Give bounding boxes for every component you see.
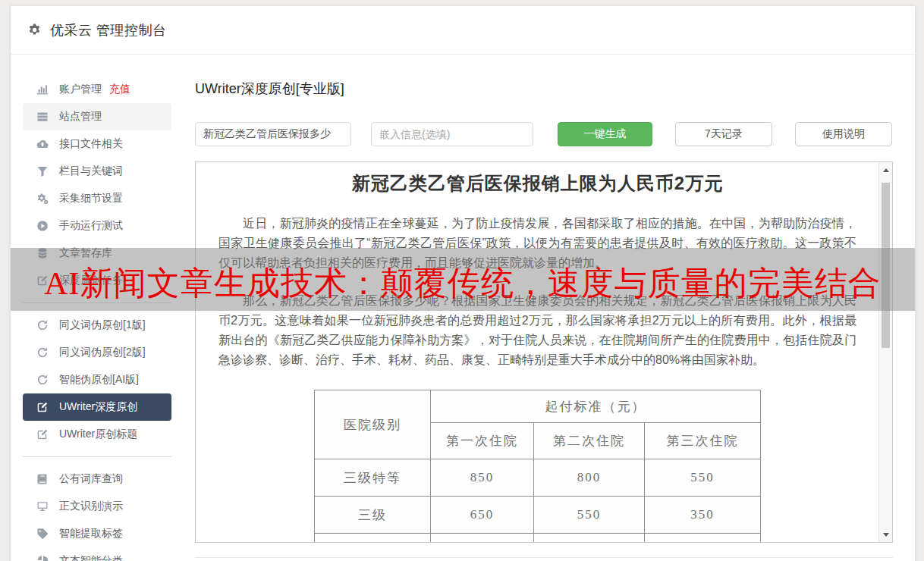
sync-icon: [36, 319, 49, 331]
sidebar-item-label: UWriter原创标题: [59, 428, 137, 441]
embed-info-input[interactable]: [371, 122, 533, 146]
sidebar-item-label: 站点管理: [59, 110, 102, 124]
table-cell: 650: [431, 497, 534, 534]
scrollbar-up-arrow[interactable]: [879, 164, 892, 176]
sidebar-item-synonym-2[interactable]: 同义词伪原创[2版]: [23, 339, 171, 366]
sync-icon: [36, 374, 49, 386]
sidebar-item-manual-test[interactable]: 手动运行测试: [23, 212, 171, 240]
scrollbar-down-arrow[interactable]: [879, 528, 892, 541]
sidebar-item-label: 接口文件相关: [59, 137, 123, 151]
sidebar-item-ai-rewrite[interactable]: 智能伪原创[AI版]: [23, 366, 171, 393]
table-cell: 400: [431, 534, 534, 544]
sidebar-item-label: 智能提取标签: [59, 527, 123, 541]
sidebar-item-account[interactable]: 账户管理 充值: [23, 76, 171, 103]
sidebar-item-public-lexicon[interactable]: 公有词库查询: [23, 465, 171, 493]
sidebar-item-extract-tags[interactable]: 智能提取标签: [23, 520, 171, 547]
sidebar-divider: [23, 456, 171, 457]
sidebar-item-label: 正文识别演示: [59, 500, 123, 513]
sidebar-item-label: 采集细节设置: [59, 192, 123, 205]
play-icon: [36, 220, 49, 232]
pie-chart-icon: [36, 555, 49, 561]
article-title: 新冠乙类乙管后医保报销上限为人民币2万元: [212, 171, 863, 196]
sidebar-item-columns-keywords[interactable]: 栏目与关键词: [23, 158, 171, 185]
sidebar-item-label: 账户管理: [59, 83, 102, 96]
watermark-text: AI新闻文章生成技术：颠覆传统，速度与质量的完美结合: [44, 262, 881, 306]
watermark-banner: AI新闻文章生成技术：颠覆传统，速度与质量的完美结合: [11, 248, 915, 311]
table-row-header: 医院级别: [315, 390, 431, 459]
scrollbar-track[interactable]: [878, 162, 892, 542]
app-title: 优采云 管理控制台: [50, 21, 167, 39]
sidebar-item-label: 同义词伪原创[2版]: [59, 346, 146, 359]
article-preview-panel: 新冠乙类乙管后医保报销上限为人民币2万元 近日，新冠肺炎的疫情正在全球蔓延，为了…: [195, 161, 893, 543]
recharge-badge[interactable]: 充值: [109, 83, 130, 96]
sidebar-item-label: 公有词库查询: [59, 472, 123, 486]
records-7day-button[interactable]: 7天记录: [675, 122, 772, 146]
tag-icon: [36, 528, 49, 540]
sidebar-item-label: 手动运行测试: [59, 219, 123, 233]
table-row: 三级 650 550 350: [315, 497, 761, 534]
bottom-divider: [195, 557, 893, 558]
sidebar-item-synonym-1[interactable]: 同义词伪原创[1版]: [23, 312, 171, 339]
sidebar-item-label: 栏目与关键词: [59, 165, 123, 178]
sidebar-item-text-classify[interactable]: 文本智能分类: [23, 547, 171, 561]
table-cell: 550: [645, 459, 761, 497]
sidebar-item-label: 文本智能分类: [59, 554, 123, 561]
edit-icon: [36, 428, 49, 440]
sidebar-item-label: UWriter深度原创: [59, 400, 137, 414]
table-col-header: 第三次住院: [645, 423, 761, 459]
generate-button[interactable]: 一键生成: [558, 122, 652, 146]
gear-icon: [27, 23, 42, 37]
sidebar-item-collect-settings[interactable]: 采集细节设置: [23, 185, 171, 212]
table-cell: 800: [534, 459, 645, 497]
stage: 优采云 管理控制台 账户管理 充值 站点管理 接口文件相关 栏目与关键词: [0, 0, 924, 561]
sidebar-item-uwriter-deep[interactable]: UWriter深度原创: [23, 393, 171, 421]
table-col-header: 第二次住院: [534, 423, 645, 459]
monitor-icon: [36, 500, 49, 512]
table-cell: 三级: [315, 497, 431, 534]
table-col-header: 第一次住院: [431, 423, 534, 459]
app-header: 优采云 管理控制台: [11, 6, 915, 55]
table-cell: 150: [645, 534, 761, 544]
bar-chart-icon: [36, 83, 49, 96]
sidebar-item-interface-files[interactable]: 接口文件相关: [23, 130, 171, 158]
sidebar-item-label: 智能伪原创[AI版]: [59, 373, 139, 387]
cloud-upload-icon: [36, 138, 49, 150]
keyword-input[interactable]: [195, 122, 351, 146]
sidebar-item-sites[interactable]: 站点管理: [23, 103, 171, 130]
table-cell: 三级特等: [315, 459, 431, 497]
table-cell: 二级: [315, 534, 431, 544]
table-row: 二级 400 300 150: [315, 534, 761, 544]
gears-icon: [36, 193, 49, 205]
table-cell: 350: [645, 497, 761, 534]
table-cell: 850: [431, 459, 534, 497]
server-icon: [36, 111, 49, 123]
table-group-header: 起付标准（元）: [431, 390, 761, 423]
table-row: 三级特等 850 800 550: [315, 459, 761, 497]
table-cell: 550: [534, 497, 645, 534]
usage-help-button[interactable]: 使用说明: [795, 122, 892, 146]
book-icon: [36, 473, 49, 485]
sync-icon: [36, 346, 49, 359]
sidebar-item-label: 同义词伪原创[1版]: [59, 318, 146, 332]
sidebar-item-content-recognition[interactable]: 正文识别演示: [23, 493, 171, 520]
reimbursement-table: 医院级别 起付标准（元） 第一次住院 第二次住院 第三次住院 三级特等 850 …: [314, 390, 761, 543]
sidebar-item-uwriter-title[interactable]: UWriter原创标题: [23, 421, 171, 448]
page-title: UWriter深度原创[专业版]: [195, 80, 344, 98]
edit-icon: [36, 401, 49, 413]
filter-icon: [36, 165, 49, 177]
table-cell: 300: [534, 534, 645, 544]
